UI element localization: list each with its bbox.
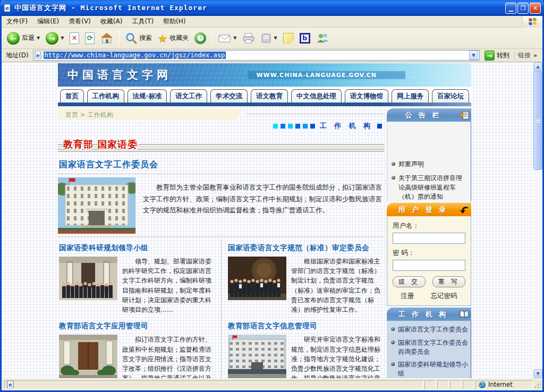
nav-tab-language-work[interactable]: 语文工作 bbox=[170, 89, 207, 103]
svg-text:e: e bbox=[5, 5, 9, 12]
back-button[interactable]: ← 后退▼ bbox=[5, 31, 42, 46]
messenger-button[interactable] bbox=[314, 32, 331, 45]
nav-tab-museum[interactable]: 语文博物馆 bbox=[345, 89, 389, 103]
announcement-doc-icon bbox=[460, 111, 469, 120]
scroll-down-button[interactable]: ▼ bbox=[533, 369, 542, 378]
vertical-scrollbar[interactable]: ▲ ▼ bbox=[533, 62, 542, 378]
search-button[interactable]: 搜索 bbox=[123, 31, 154, 45]
favorites-button[interactable]: ★ 收藏夹 bbox=[156, 31, 191, 46]
section-text: 根据国家语委和国家标准主管部门的语言文字规范（标准）制定计划，负责语言文字规范（… bbox=[291, 257, 384, 314]
minimize-button[interactable]: ▁ bbox=[505, 3, 516, 14]
nav-tab-orgs[interactable]: 工作机构 bbox=[87, 89, 124, 103]
forgot-password-link[interactable]: 忘记密码 bbox=[431, 292, 457, 301]
password-input[interactable] bbox=[393, 260, 465, 271]
home-button[interactable] bbox=[98, 31, 115, 45]
marker-square bbox=[273, 124, 278, 129]
stop-button[interactable]: ✕ bbox=[67, 31, 81, 45]
nav-tab-education[interactable]: 语文教育 bbox=[251, 89, 288, 103]
page-ie-icon: e bbox=[35, 52, 42, 59]
messenger-service-button[interactable]: b bbox=[298, 32, 312, 45]
edit-button[interactable]: ▼ bbox=[259, 32, 279, 45]
section-title[interactable]: 教育部语言文字信息管理司 bbox=[228, 321, 384, 331]
discuss-button[interactable] bbox=[281, 32, 296, 45]
address-dropdown-button[interactable]: ▼ bbox=[469, 50, 478, 60]
announcement-item[interactable]: 关于第三期汉语拼音理论高级研修班返程车（机）票的通知 bbox=[392, 174, 468, 201]
window-title: 中国语言文字网 - Microsoft Internet Explorer bbox=[14, 3, 505, 13]
history-icon: 🕒 bbox=[194, 32, 206, 44]
committee-title[interactable]: 国家语言文字工作委员会 bbox=[59, 159, 384, 171]
site-content: 中国语言文字网 WWW.CHINA-LANGUAGE.GOV.CN 首页 工作机… bbox=[58, 63, 471, 378]
nav-tab-home[interactable]: 首页 bbox=[60, 89, 84, 103]
announcement-item[interactable]: 郑重声明 bbox=[392, 160, 468, 169]
resize-grip[interactable] bbox=[534, 380, 541, 389]
back-dropdown-icon[interactable]: ▼ bbox=[37, 36, 40, 40]
entrance-photo bbox=[59, 335, 117, 378]
status-pane bbox=[450, 380, 462, 389]
refresh-button[interactable]: ⟳ bbox=[83, 31, 97, 45]
scrollbar-thumb[interactable] bbox=[533, 71, 542, 170]
announcements-body: 郑重声明 关于第三期汉语拼音理论高级研修班返程车（机）票的通知 bbox=[387, 122, 471, 201]
menu-view[interactable]: 查看(V) bbox=[64, 15, 96, 28]
links-toolbar[interactable]: 链接 » bbox=[514, 51, 540, 60]
reset-button[interactable]: 重 写 bbox=[432, 276, 465, 287]
close-button[interactable]: ✕ bbox=[530, 3, 541, 14]
svg-text:e: e bbox=[36, 53, 40, 58]
section-marker-title: 工 作 机 构 bbox=[319, 121, 373, 131]
menu-file[interactable]: 文件(F) bbox=[2, 15, 32, 28]
svg-text:e: e bbox=[8, 382, 12, 388]
breadcrumb[interactable]: 首页 > 工作机构 bbox=[65, 110, 113, 120]
ie-window-icon: e bbox=[3, 4, 12, 12]
username-label: 用户名： bbox=[393, 221, 465, 231]
section-title[interactable]: 国家语委语言文字规范（标准）审定委员会 bbox=[228, 243, 384, 253]
nav-tab-forum[interactable]: 百家论坛 bbox=[432, 89, 469, 103]
status-pane bbox=[437, 380, 449, 389]
bullet-icon bbox=[392, 162, 395, 166]
menu-help[interactable]: 帮助(H) bbox=[158, 15, 190, 28]
submit-button[interactable]: 提 交 bbox=[393, 276, 426, 287]
org-link[interactable]: 国家语言文字工作委员会 bbox=[391, 325, 468, 334]
section-title[interactable]: 教育部语言文字应用管理司 bbox=[59, 321, 216, 331]
org-link[interactable]: 国家语委科研规划领导小组 bbox=[391, 360, 468, 378]
nav-tab-services[interactable]: 网上服务 bbox=[392, 89, 429, 103]
breadcrumb-row: 首页 > 工作机构 bbox=[58, 108, 384, 121]
committee-intro: 教育部为主管全国教育事业和语言文字工作的国务院组成部分，拟订国家语言文字工作的方… bbox=[58, 177, 384, 234]
mail-button[interactable]: ▼ bbox=[216, 32, 239, 44]
menu-tools[interactable]: 工具(T) bbox=[127, 15, 158, 28]
register-link[interactable]: 注册 bbox=[401, 292, 414, 301]
menu-edit[interactable]: 编辑(E) bbox=[32, 15, 64, 28]
sections-row-1: 国家语委科研规划领导小组 领导、规划、部署 bbox=[58, 240, 384, 318]
maximize-button[interactable]: ❐ bbox=[517, 3, 529, 14]
mail-dropdown-icon[interactable]: ▼ bbox=[233, 36, 236, 40]
section-text: 领导、规划、部署国家语委的科学研究工作，拟定国家语言文字工作科研方向，编制科研项… bbox=[122, 257, 216, 314]
links-chevron-icon[interactable]: » bbox=[533, 52, 537, 59]
nav-tab-info-processing[interactable]: 中文信息处理 bbox=[291, 89, 342, 103]
address-bar: 地址(D) e http://www.china-language.gov.cn… bbox=[2, 49, 542, 62]
edit-dropdown-icon[interactable]: ▼ bbox=[274, 36, 277, 40]
site-banner: 中国语言文字网 WWW.CHINA-LANGUAGE.GOV.CN bbox=[58, 63, 471, 87]
marker-square bbox=[280, 124, 285, 129]
menu-favorites[interactable]: 收藏(A) bbox=[96, 15, 128, 28]
nav-tab-regulations[interactable]: 法规·标准 bbox=[128, 89, 167, 103]
section-standards-committee: 国家语委语言文字规范（标准）审定委员会 根 bbox=[221, 240, 384, 318]
forward-button[interactable]: →▼ bbox=[44, 31, 66, 46]
marker-square bbox=[295, 124, 300, 129]
sticky-note-icon bbox=[283, 33, 294, 44]
back-icon: ← bbox=[7, 32, 20, 45]
nav-underline-bar bbox=[58, 103, 471, 106]
scroll-up-button[interactable]: ▲ bbox=[533, 62, 542, 71]
go-button[interactable]: → 转到 bbox=[482, 50, 512, 61]
menu-bar: 文件(F) 编辑(E) 查看(V) 收藏(A) 工具(T) 帮助(H) bbox=[2, 16, 542, 28]
history-button[interactable]: 🕒 bbox=[192, 31, 208, 45]
nav-tab-academic[interactable]: 学术交流 bbox=[210, 89, 248, 103]
login-body: 用户名： 密 码： 提 交 重 写 注册 忘记密码 bbox=[387, 216, 471, 306]
forward-dropdown-icon[interactable]: ▼ bbox=[61, 36, 64, 40]
address-url-selected[interactable]: http://www.china-language.gov.cn/jgsz/in… bbox=[44, 52, 226, 59]
org-link[interactable]: 国家语言文字工作委员会咨询委员会 bbox=[391, 338, 468, 356]
site-logo[interactable]: 中国语言文字网 bbox=[67, 67, 172, 82]
address-input[interactable]: e http://www.china-language.gov.cn/jgsz/… bbox=[33, 50, 480, 61]
section-title[interactable]: 国家语委科研规划领导小组 bbox=[59, 243, 216, 253]
username-input[interactable] bbox=[393, 233, 465, 244]
print-button[interactable] bbox=[240, 32, 257, 45]
status-bar: e Internet bbox=[2, 378, 542, 390]
bullet-icon bbox=[391, 327, 395, 331]
